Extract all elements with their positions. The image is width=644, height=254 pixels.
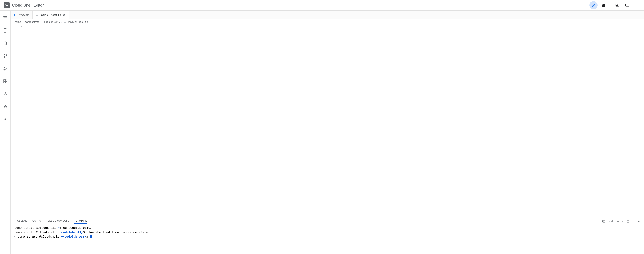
svg-rect-30 xyxy=(15,14,16,16)
tabs-bar: Welcome main-or-index-file xyxy=(10,11,644,19)
svg-rect-39 xyxy=(602,220,605,222)
breadcrumb[interactable]: home › demonstrator › codelab-o11y › mai… xyxy=(10,19,644,25)
svg-point-11 xyxy=(637,5,638,6)
cloud-code-button[interactable] xyxy=(1,103,10,111)
flask-icon xyxy=(3,92,8,96)
more-menu-button[interactable] xyxy=(633,1,641,9)
panel-tab-debug-console[interactable]: Debug Console xyxy=(48,219,70,223)
panel-actions: bash xyxy=(602,220,641,223)
terminal[interactable]: demonstrator@cloudshell:~$ cd codelab-o1… xyxy=(10,225,644,254)
editor-column: Welcome main-or-index-file home › demons… xyxy=(10,11,644,254)
layout-button[interactable] xyxy=(623,1,631,9)
extensions-icon xyxy=(3,79,8,84)
ai-assist-button[interactable] xyxy=(1,115,10,124)
pencil-icon xyxy=(592,3,596,7)
trash-icon[interactable] xyxy=(632,220,635,223)
chevron-right-icon: › xyxy=(62,20,62,23)
screen-icon xyxy=(625,3,629,7)
panel-tab-output[interactable]: Output xyxy=(32,219,43,223)
line-number: 1 xyxy=(10,25,22,29)
svg-point-10 xyxy=(637,4,638,5)
panel-tab-terminal[interactable]: Terminal xyxy=(74,219,87,223)
run-debug-button[interactable] xyxy=(1,64,10,73)
svg-point-46 xyxy=(639,221,640,222)
svg-rect-26 xyxy=(4,82,5,83)
top-left: Cloud Shell Editor xyxy=(4,3,44,8)
svg-point-20 xyxy=(6,55,7,55)
hamburger-icon xyxy=(3,15,8,20)
svg-point-7 xyxy=(617,5,618,6)
search-button[interactable] xyxy=(1,39,10,47)
svg-point-47 xyxy=(640,221,640,222)
tab-main-file[interactable]: main-or-index-file xyxy=(33,11,69,19)
terminal-line: demonstrator@cloudshell:~$ cd codelab-o1… xyxy=(14,226,92,229)
top-bar: Cloud Shell Editor xyxy=(0,0,644,11)
chevron-right-icon: › xyxy=(42,20,43,23)
git-branch-icon xyxy=(3,54,8,58)
split-panel-icon[interactable] xyxy=(626,220,630,223)
svg-rect-28 xyxy=(6,79,7,81)
panel-tabs: Problems Output Debug Console Terminal b… xyxy=(10,218,644,225)
diamonds-icon xyxy=(3,105,8,109)
panel-tab-problems[interactable]: Problems xyxy=(14,219,28,223)
editor-empty-area[interactable] xyxy=(10,29,644,218)
menu-toggle-button[interactable] xyxy=(1,14,10,22)
svg-point-19 xyxy=(4,57,4,58)
activity-bar xyxy=(0,11,10,254)
svg-rect-27 xyxy=(6,82,7,83)
unsaved-indicator-icon xyxy=(14,236,16,237)
crumb-file[interactable]: main-or-index-file xyxy=(68,20,88,23)
chevron-down-icon[interactable] xyxy=(622,220,624,222)
svg-rect-8 xyxy=(626,4,629,6)
terminal-square-icon xyxy=(602,3,605,7)
svg-rect-4 xyxy=(602,4,605,7)
terminal-line: demonstrator@cloudshell:~/codelab-o11y$ … xyxy=(14,231,148,234)
tab-welcome[interactable]: Welcome xyxy=(10,11,33,19)
extensions-button[interactable] xyxy=(1,77,10,86)
kebab-icon xyxy=(635,3,639,7)
svg-point-12 xyxy=(637,6,638,7)
editor-line[interactable] xyxy=(26,25,644,29)
more-horizontal-icon[interactable] xyxy=(638,220,641,223)
file-lines-icon xyxy=(36,14,39,16)
editor-area: 1 xyxy=(10,25,644,218)
search-icon xyxy=(3,41,8,46)
content: Welcome main-or-index-file home › demons… xyxy=(0,11,644,254)
close-icon xyxy=(63,14,65,16)
divider xyxy=(610,3,610,8)
app-title: Cloud Shell Editor xyxy=(12,3,44,8)
svg-point-18 xyxy=(4,54,4,55)
svg-rect-2 xyxy=(6,7,7,8)
shell-name[interactable]: bash xyxy=(608,220,614,223)
crumb[interactable]: demonstrator xyxy=(25,20,40,23)
test-button[interactable] xyxy=(1,90,10,98)
tab-label: Welcome xyxy=(18,13,29,16)
welcome-icon xyxy=(14,14,16,16)
svg-rect-25 xyxy=(4,80,5,81)
source-control-button[interactable] xyxy=(1,52,10,60)
cloud-shell-logo-icon xyxy=(4,3,10,8)
tab-label: main-or-index-file xyxy=(40,13,61,16)
svg-rect-0 xyxy=(4,3,10,7)
svg-line-17 xyxy=(6,44,7,45)
debug-run-icon xyxy=(3,66,8,71)
files-icon xyxy=(3,28,8,33)
bottom-panel: Problems Output Debug Console Terminal b… xyxy=(10,218,644,254)
crumb[interactable]: codelab-o11y xyxy=(44,20,60,23)
file-lines-icon xyxy=(64,21,66,23)
sparkle-icon xyxy=(3,117,8,122)
tab-close-button[interactable] xyxy=(63,14,66,16)
terminal-icon xyxy=(602,220,605,223)
crumb[interactable]: home xyxy=(14,20,21,23)
svg-rect-29 xyxy=(14,14,15,16)
terminal-line: demonstrator@cloudshell:~/codelab-o11y$ xyxy=(14,235,92,238)
preview-button[interactable] xyxy=(613,1,622,9)
svg-rect-3 xyxy=(6,8,8,8)
terminal-cursor xyxy=(90,234,92,238)
plus-icon[interactable] xyxy=(616,220,619,223)
top-right xyxy=(590,1,641,9)
explorer-button[interactable] xyxy=(1,26,10,35)
line-number-gutter: 1 xyxy=(10,25,26,29)
open-terminal-button[interactable] xyxy=(599,1,608,9)
editor-toggle-button[interactable] xyxy=(590,1,598,9)
